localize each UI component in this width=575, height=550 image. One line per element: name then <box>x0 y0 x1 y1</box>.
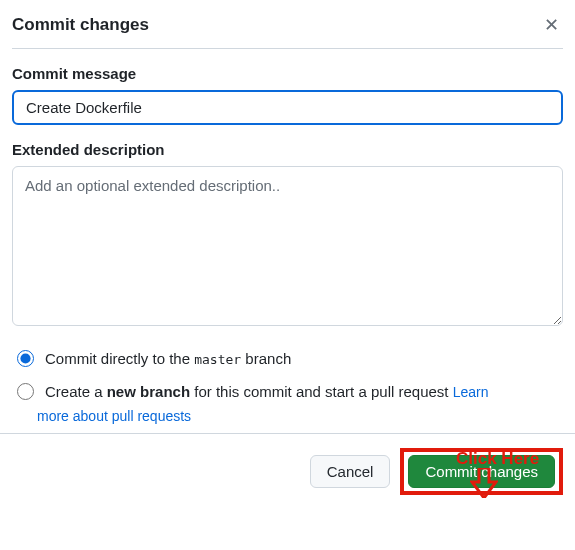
dialog-title: Commit changes <box>12 15 149 35</box>
radio-commit-direct[interactable] <box>17 350 34 367</box>
extended-desc-input[interactable] <box>12 166 563 326</box>
learn-link-part1[interactable]: Learn <box>453 384 489 400</box>
close-button[interactable]: ✕ <box>540 12 563 38</box>
commit-message-input[interactable] <box>12 90 563 125</box>
cancel-button[interactable]: Cancel <box>310 455 391 488</box>
close-icon: ✕ <box>544 15 559 35</box>
radio-commit-direct-label: Commit directly to the master branch <box>45 348 563 369</box>
dialog-header: Commit changes ✕ <box>12 12 563 49</box>
annotation-arrow-icon <box>470 468 498 498</box>
annotation-click-here: Click Here <box>456 449 539 469</box>
learn-link-part2[interactable]: more about pull requests <box>37 408 191 424</box>
extended-desc-label: Extended description <box>12 141 563 158</box>
radio-new-branch[interactable] <box>17 383 34 400</box>
commit-message-label: Commit message <box>12 65 563 82</box>
radio-new-branch-label: Create a new branch for this commit and … <box>45 381 563 403</box>
